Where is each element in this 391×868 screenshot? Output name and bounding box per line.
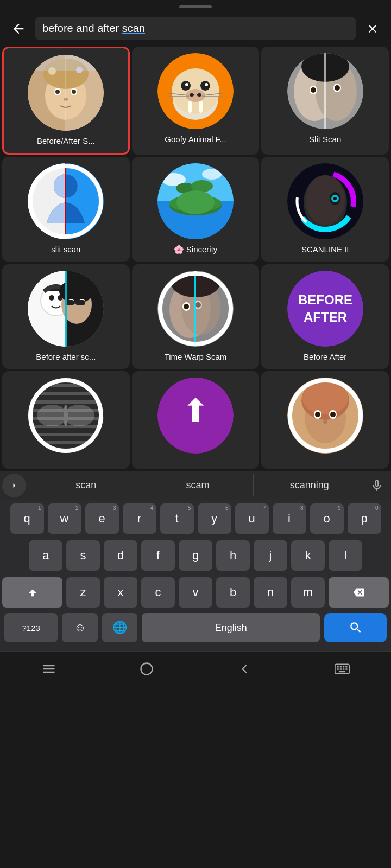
- key-space[interactable]: English: [142, 613, 320, 642]
- autocomplete-word-2[interactable]: scanning: [254, 474, 365, 496]
- svg-point-40: [335, 85, 340, 91]
- svg-point-103: [195, 302, 201, 308]
- svg-text:BEFORE: BEFORE: [298, 292, 352, 307]
- filter-card-slit-scan-2[interactable]: slit scan: [2, 157, 130, 262]
- svg-point-74: [333, 197, 337, 200]
- key-t[interactable]: 5t: [160, 503, 194, 534]
- key-u[interactable]: 7u: [235, 503, 269, 534]
- filter-thumb-partial-2: ⬆: [157, 378, 234, 454]
- filter-card-scanline-ii[interactable]: SCANLINE II: [261, 157, 389, 262]
- filter-card-goofy-animal[interactable]: Goofy Animal F...: [132, 47, 260, 155]
- svg-point-38: [311, 87, 316, 93]
- key-v[interactable]: v: [179, 577, 212, 608]
- key-g[interactable]: g: [179, 540, 212, 571]
- nav-menu-icon[interactable]: [37, 657, 61, 681]
- svg-rect-44: [28, 163, 66, 239]
- key-y[interactable]: 6y: [198, 503, 231, 534]
- svg-point-67: [176, 190, 215, 214]
- key-l[interactable]: l: [329, 540, 362, 571]
- filter-card-slit-scan-1[interactable]: Slit Scan: [261, 47, 389, 155]
- key-x[interactable]: x: [104, 577, 137, 608]
- key-s[interactable]: s: [66, 540, 100, 571]
- key-h[interactable]: h: [216, 540, 250, 571]
- filter-card-time-warp-scam[interactable]: Time Warp Scam: [132, 264, 260, 369]
- svg-point-123: [64, 405, 68, 426]
- autocomplete-word-1[interactable]: scam: [142, 474, 254, 496]
- svg-text:⬆: ⬆: [182, 393, 209, 429]
- key-f[interactable]: f: [141, 540, 175, 571]
- svg-point-25: [197, 93, 201, 97]
- filter-card-partial-2[interactable]: ⬆: [132, 371, 260, 469]
- svg-rect-147: [343, 668, 345, 670]
- filter-card-before-after-s[interactable]: Before/After S...: [2, 47, 130, 155]
- svg-rect-53: [65, 163, 66, 239]
- filter-card-before-after-purple[interactable]: BEFORE AFTER Before After: [261, 264, 389, 369]
- key-q[interactable]: 1q: [10, 503, 44, 534]
- filter-thumb-before-after-s: [28, 55, 104, 131]
- key-e[interactable]: 3e: [85, 503, 119, 534]
- key-d[interactable]: d: [104, 540, 137, 571]
- key-b[interactable]: b: [216, 577, 250, 608]
- filter-grid: Before/After S...: [0, 44, 391, 471]
- svg-rect-148: [345, 668, 348, 670]
- filter-label-before-after-sc: Before after sc...: [7, 352, 125, 361]
- autocomplete-arrow-button[interactable]: [2, 474, 26, 497]
- svg-point-22: [205, 83, 208, 86]
- filter-label-slit-scan-1: Slit Scan: [266, 135, 384, 144]
- nav-keyboard-icon[interactable]: [330, 657, 354, 681]
- key-c[interactable]: c: [141, 577, 175, 608]
- filter-label-before-after-s: Before/After S...: [8, 136, 124, 145]
- key-z[interactable]: z: [66, 577, 100, 608]
- key-delete[interactable]: [329, 577, 389, 608]
- filter-thumb-sincerity: [157, 163, 234, 239]
- svg-rect-93: [74, 302, 76, 304]
- svg-rect-141: [337, 666, 339, 668]
- keyboard: 1q 2w 3e 4r 5t 6y 7u 8i 9o 0p a s d f g …: [0, 500, 391, 651]
- search-bar: before and after scan: [0, 12, 391, 44]
- search-input[interactable]: before and after scan: [35, 17, 356, 40]
- key-shift[interactable]: [2, 577, 62, 608]
- back-button[interactable]: [9, 19, 28, 39]
- mic-button[interactable]: [365, 474, 389, 497]
- filter-card-partial-1[interactable]: [2, 371, 130, 469]
- svg-point-10: [72, 90, 76, 94]
- key-k[interactable]: k: [291, 540, 325, 571]
- svg-rect-94: [65, 271, 67, 347]
- filter-label-before-after-purple: Before After: [266, 352, 384, 361]
- filter-card-sincerity[interactable]: 🌸 Sincerity: [132, 157, 260, 262]
- key-o[interactable]: 9o: [310, 503, 344, 534]
- filter-thumb-slit-scan-1: [287, 53, 363, 129]
- key-a[interactable]: a: [29, 540, 62, 571]
- svg-point-121: [37, 405, 67, 426]
- key-search[interactable]: [324, 613, 387, 642]
- nav-home-icon[interactable]: [135, 657, 159, 681]
- filter-card-partial-3[interactable]: [261, 371, 389, 469]
- clear-button[interactable]: [363, 19, 382, 39]
- nav-back-icon[interactable]: [232, 657, 256, 681]
- autocomplete-bar: scan scam scanning: [0, 471, 391, 500]
- filter-card-before-after-sc[interactable]: Before after sc...: [2, 264, 130, 369]
- autocomplete-suggestions: scan scam scanning: [30, 474, 365, 496]
- key-n[interactable]: n: [254, 577, 287, 608]
- key-globe[interactable]: 🌐: [102, 613, 138, 642]
- filter-thumb-goofy: [157, 53, 234, 129]
- svg-point-83: [49, 295, 54, 301]
- autocomplete-word-0[interactable]: scan: [30, 474, 142, 496]
- key-w[interactable]: 2w: [48, 503, 81, 534]
- filter-label-time-warp-scam: Time Warp Scam: [136, 352, 255, 361]
- key-p[interactable]: 0p: [348, 503, 381, 534]
- svg-rect-104: [194, 271, 196, 347]
- svg-point-21: [185, 83, 188, 86]
- keyboard-row-2: a s d f g h j k l: [0, 537, 391, 574]
- filter-thumb-partial-1: [28, 378, 104, 454]
- svg-point-122: [64, 405, 94, 426]
- svg-rect-92: [75, 300, 85, 305]
- key-m[interactable]: m: [291, 577, 325, 608]
- key-i[interactable]: 8i: [273, 503, 306, 534]
- key-j[interactable]: j: [254, 540, 287, 571]
- key-num[interactable]: ?123: [4, 613, 58, 642]
- svg-point-9: [55, 90, 60, 94]
- svg-rect-146: [340, 668, 342, 670]
- key-emoji[interactable]: ☺: [62, 613, 98, 642]
- key-r[interactable]: 4r: [123, 503, 156, 534]
